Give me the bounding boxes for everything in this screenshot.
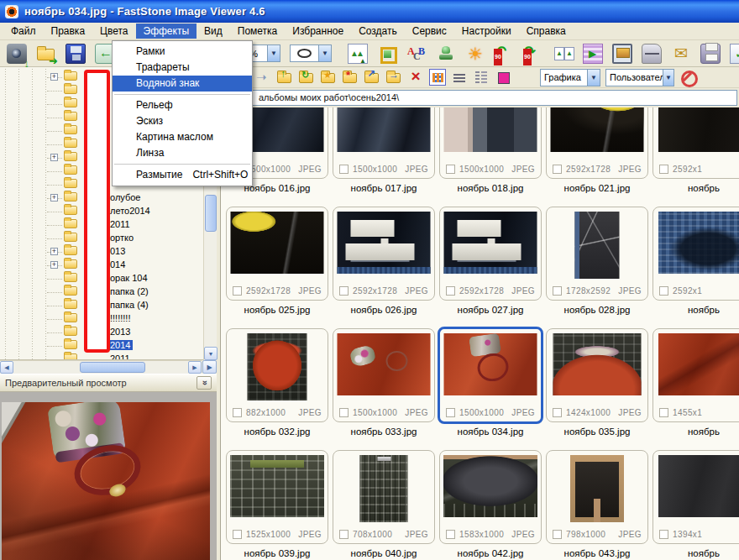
scrollbar-thumb[interactable] — [205, 195, 217, 232]
thumbnail-box[interactable]: 2592x1728JPEG — [226, 207, 328, 301]
thumbnail-box-selected[interactable]: 1500x1000JPEG — [438, 327, 543, 424]
thumbnail-box[interactable]: 1525x1000JPEG — [226, 450, 328, 544]
folder-icon[interactable] — [64, 152, 77, 161]
wallpaper-icon[interactable] — [612, 44, 632, 64]
thumbnail-checkbox[interactable] — [659, 530, 668, 539]
folder-icon[interactable] — [64, 206, 77, 215]
resize-icon[interactable] — [348, 44, 368, 64]
thumbnail-checkbox[interactable] — [659, 165, 668, 174]
menu-item[interactable]: Настройки — [454, 24, 519, 39]
thumbnail-cell[interactable]: 2592x1728JPEGноябрь 025.jpg — [226, 207, 328, 315]
effects-menu-item[interactable]: Линза — [113, 145, 252, 161]
menu-item[interactable]: Создать — [351, 24, 405, 39]
thumbnail-image[interactable] — [658, 333, 739, 395]
menu-item[interactable]: Эффекты — [136, 24, 197, 39]
thumbnail-filename[interactable]: ноябрь 042.jpg — [439, 548, 542, 558]
acquire-camera-icon[interactable] — [7, 44, 27, 64]
thumbnail-cell[interactable]: 1583x1000JPEGноябрь 042.jpg — [439, 450, 542, 558]
thumbnail-filename[interactable]: ноябрь — [653, 548, 739, 558]
folder-label-selected[interactable]: 2014 — [107, 340, 133, 350]
title-bar[interactable]: ноябрь 034.jpg - FastStone Image Viewer … — [0, 0, 739, 23]
thumbnail-image[interactable] — [658, 212, 739, 274]
chevron-down-icon[interactable]: ▼ — [663, 70, 673, 86]
thumbnail-image[interactable] — [570, 455, 624, 522]
rotate-left-90-icon[interactable]: ↶90 — [495, 44, 515, 64]
thumbnail-image[interactable] — [575, 212, 620, 279]
menu-item[interactable]: Вид — [197, 24, 230, 39]
menu-item[interactable]: Сервис — [405, 24, 454, 39]
folder-icon[interactable] — [64, 165, 77, 175]
thumbnail-cell[interactable]: 1394x1ноябрь — [653, 450, 739, 558]
thumbnail-filename[interactable]: ноябрь 040.jpg — [333, 548, 435, 558]
thumbnail-checkbox[interactable] — [233, 530, 242, 539]
view-thumbnails-icon[interactable] — [429, 69, 446, 86]
compare-icon[interactable] — [553, 44, 574, 64]
folder-icon[interactable] — [64, 233, 77, 242]
thumbnail-box[interactable]: 1500x1000JPEG — [333, 328, 435, 422]
thumbnail-filename[interactable]: ноябрь — [653, 427, 739, 437]
email-icon[interactable]: ✉ — [671, 44, 691, 64]
thumbnail-image[interactable] — [338, 333, 431, 395]
thumbnail-filename[interactable]: ноябрь 021.jpg — [546, 183, 648, 193]
thumbnail-checkbox[interactable] — [233, 286, 242, 296]
effects-menu-item[interactable]: Трафареты — [113, 60, 252, 76]
thumbnail-filename[interactable]: ноябрь 043.jpg — [546, 548, 648, 558]
graphics-filter-select[interactable]: Графика ▼ — [540, 69, 600, 86]
thumbnail-cell[interactable]: 882x1000JPEGноябрь 032.jpg — [226, 328, 328, 437]
chevron-down-icon[interactable]: ▼ — [267, 45, 280, 61]
delete-icon[interactable]: × — [407, 69, 424, 86]
thumbnail-image[interactable] — [444, 212, 537, 274]
thumbnail-box[interactable]: 1455x1 — [653, 328, 739, 422]
thumbnail-filename[interactable]: ноябрь 027.jpg — [439, 305, 542, 315]
thumbnail-box[interactable]: 1424x1000JPEG — [546, 328, 648, 422]
folder-label[interactable]: папка (2) — [110, 286, 149, 296]
thumbnail-cell[interactable]: 1500x1000JPEGноябрь 033.jpg — [333, 328, 435, 437]
thumbnail-cell[interactable]: 1500x1000JPEGноябрь 034.jpg — [439, 328, 542, 437]
folder-icon[interactable] — [64, 112, 77, 121]
expand-plus-icon[interactable]: + — [50, 73, 58, 81]
users-filter-select[interactable]: Пользователи ▼ — [605, 69, 674, 86]
thumbnail-checkbox[interactable] — [339, 286, 349, 296]
effects-menu-item[interactable]: Рельеф — [113, 97, 252, 113]
thumbnail-filename[interactable]: ноябрь 034.jpg — [439, 427, 542, 437]
thumbnail-filename[interactable]: ноябрь 025.jpg — [226, 305, 328, 315]
thumbnail-cell[interactable]: 798x1000JPEGноябрь 043.jpg — [546, 450, 648, 558]
folder-label[interactable]: ортко — [110, 233, 134, 243]
folder-label[interactable]: !!!!!!!! — [110, 313, 130, 323]
thumbnail-checkbox[interactable] — [553, 286, 562, 296]
thumbnail-filename[interactable]: ноябрь — [653, 305, 739, 315]
collapse-preview-button[interactable]: « — [197, 376, 212, 390]
thumbnail-checkbox[interactable] — [339, 408, 349, 417]
thumbnail-cell[interactable]: 2592x1728JPEGноябрь 026.jpg — [333, 207, 435, 315]
folder-label[interactable]: папка (4) — [110, 300, 149, 310]
folder-icon[interactable] — [64, 219, 77, 228]
thumbnail-box[interactable]: 1500x1000JPEG — [333, 107, 435, 179]
thumbnail-image[interactable] — [658, 455, 739, 517]
thumbnail-box[interactable]: 882x1000JPEG — [226, 328, 328, 422]
thumbnail-box[interactable]: 2592x1728JPEG — [333, 207, 435, 301]
thumbnail-filename[interactable]: ноябрь 028.jpg — [546, 305, 648, 315]
folder-label[interactable]: 2011 — [110, 353, 130, 360]
folder-icon[interactable] — [64, 313, 77, 322]
effects-menu-item[interactable]: Эскиз — [113, 113, 252, 129]
view-details-icon[interactable] — [473, 69, 490, 86]
folder-up-icon[interactable]: ↑ — [276, 69, 293, 86]
folder-icon[interactable] — [64, 340, 77, 349]
scrollbar-thumb[interactable] — [80, 362, 145, 373]
folder-favorites-icon[interactable]: ★ — [320, 69, 337, 86]
folder-refresh-icon[interactable]: ↻ — [298, 69, 315, 86]
thumbnail-checkbox[interactable] — [553, 408, 562, 417]
nav-arrow-icon[interactable] — [254, 69, 271, 86]
thumbnail-cell[interactable]: 1728x2592JPEGноябрь 028.jpg — [546, 207, 648, 315]
thumbnail-image[interactable] — [338, 212, 431, 274]
thumbnail-image[interactable] — [444, 333, 537, 395]
folder-icon[interactable] — [64, 353, 77, 360]
crop-icon[interactable] — [377, 44, 397, 64]
thumbnail-box[interactable]: 1728x2592JPEG — [546, 207, 648, 301]
clone-stamp-icon[interactable] — [436, 44, 456, 64]
thumbnail-cell[interactable]: 2592x1ноябрь — [653, 207, 739, 315]
folder-icon[interactable] — [64, 286, 77, 296]
folder-label[interactable]: орак 104 — [110, 273, 148, 283]
thumbnail-cell[interactable]: 2592x1ноябрь — [653, 107, 739, 193]
folder-tree-row[interactable]: 2011 — [0, 353, 217, 360]
